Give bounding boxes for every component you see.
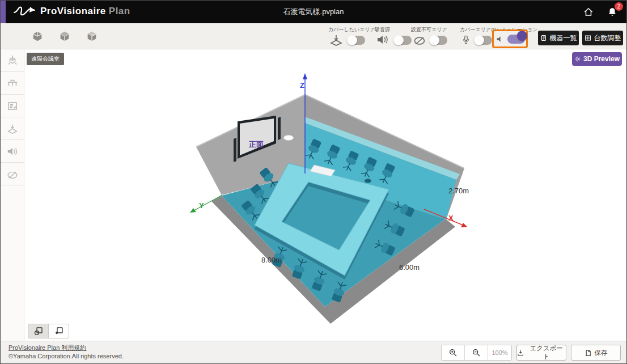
export-icon (517, 349, 524, 357)
room-name-tag: 遠隔会議室 (27, 53, 64, 65)
no-install-area-icon (413, 33, 426, 46)
move-object-button[interactable] (48, 324, 69, 338)
simulation-mic-toggle[interactable] (475, 36, 492, 45)
simulation-speaker-highlight (492, 29, 528, 48)
save-button[interactable]: 保存 (571, 345, 621, 361)
accent-strip (1, 1, 6, 23)
z-axis-label: Z (300, 81, 304, 90)
noise-source-toggle[interactable] (394, 36, 412, 45)
zoom-out-button[interactable] (465, 345, 488, 360)
zoom-controls: 100% (441, 345, 512, 361)
save-icon (584, 349, 592, 357)
height-dimension-label: 2.70m (448, 187, 469, 195)
footer-bar: ProVisionaire Plan 利用規約 ©Yamaha Corporat… (1, 341, 626, 363)
select-shape-button[interactable] (28, 324, 49, 338)
select-shape-icon (33, 326, 44, 336)
coverage-area-icon (329, 33, 343, 46)
checklist-icon (6, 100, 19, 112)
y-axis-label: Y (199, 201, 204, 210)
toggle-knob (347, 35, 357, 45)
sidebar-item-noise-source[interactable] (1, 140, 24, 163)
header-bar: ProVisionairePlan 石渡電気様.pvplan 2 (1, 1, 626, 23)
sidebar-item-checklist[interactable] (1, 95, 24, 117)
save-label: 保存 (595, 349, 608, 357)
simulation-speaker-toggle[interactable] (507, 35, 525, 44)
sidebar-item-coverage-area[interactable] (1, 117, 24, 140)
app-title: ProVisionairePlan (40, 6, 130, 17)
sidebar-item-no-install-area[interactable] (1, 163, 24, 185)
3d-model-icon (6, 54, 19, 67)
unit-count-icon (584, 35, 591, 41)
header-actions: 2 (582, 1, 618, 23)
3d-preview-label: 3D Preview (583, 55, 620, 63)
zoom-out-icon (472, 348, 481, 357)
device-list-label: 機器一覧 (550, 33, 577, 43)
depth-dimension-label: 6.00m (399, 263, 420, 272)
device-list-icon (540, 35, 547, 41)
app-title-secondary: Plan (109, 6, 130, 16)
terms-link[interactable]: ProVisionaire Plan 利用規約 (9, 344, 124, 352)
yamaha-logo-icon (13, 3, 36, 19)
toolbar: カバーしたいエリア 騒音源 設置不可エリア カバーエリアのシミュレーション 機器… (1, 23, 626, 49)
sidebar-item-furniture[interactable] (1, 72, 24, 95)
3d-preview-button[interactable]: 3D Preview (572, 52, 622, 66)
cube-view-3-icon[interactable] (86, 30, 98, 43)
toggle-knob (429, 35, 439, 45)
width-dimension-label: 8.00m (261, 256, 282, 264)
zoom-level-value: 100% (488, 345, 511, 360)
main-area: 遠隔会議室 3D Preview (1, 49, 626, 341)
copyright-text: ©Yamaha Corporation.All rights reserved. (9, 352, 124, 361)
coverage-area-toggle[interactable] (348, 36, 365, 45)
app-logo: ProVisionairePlan (13, 3, 130, 19)
toggle-knob (474, 35, 484, 45)
cube-view-1-icon[interactable] (31, 30, 44, 43)
device-list-button[interactable]: 機器一覧 (538, 31, 579, 45)
speaker-icon (495, 35, 505, 44)
3d-room-scene: 正面 (24, 49, 626, 341)
gear-icon (574, 56, 581, 62)
furniture-icon (6, 77, 19, 90)
document-title: 石渡電気様.pvplan (283, 7, 344, 17)
no-install-area-toggle[interactable] (430, 36, 447, 45)
zoom-in-button[interactable] (442, 345, 465, 360)
toggle-knob (393, 35, 404, 45)
unit-count-button[interactable]: 台数調整 (582, 31, 623, 45)
export-button[interactable]: エクスポート (516, 345, 566, 361)
unit-count-label: 台数調整 (594, 33, 621, 43)
x-axis-label: X (448, 214, 454, 222)
mic-icon (461, 33, 471, 46)
app-title-primary: ProVisionaire (40, 6, 106, 16)
wall-speaker[interactable] (284, 136, 294, 141)
toggle-knob (517, 31, 527, 41)
notification-badge: 2 (615, 2, 623, 11)
noise-source-icon (6, 145, 19, 158)
move-object-icon (54, 326, 64, 336)
export-label: エクスポート (527, 344, 566, 361)
noise-source-icon (376, 33, 389, 46)
coverage-area-icon (6, 122, 19, 135)
zoom-in-icon (448, 348, 457, 357)
table-phone (365, 179, 371, 183)
home-icon (583, 7, 594, 17)
plan-canvas[interactable]: 遠隔会議室 3D Preview (24, 49, 626, 341)
cube-view-2-icon[interactable] (58, 30, 71, 43)
footer-controls: 100% エクスポート 保存 (441, 345, 621, 361)
notifications-button[interactable]: 2 (606, 6, 618, 18)
footer-legal: ProVisionaire Plan 利用規約 ©Yamaha Corporat… (9, 344, 124, 361)
no-install-area-icon (6, 168, 19, 180)
provisionaire-plan-window: ProVisionairePlan 石渡電気様.pvplan 2 カバーしたいエ… (0, 0, 627, 364)
screen-front-label: 正面 (248, 140, 264, 149)
sidebar-item-3d-model[interactable] (1, 49, 24, 72)
tool-sidebar (1, 49, 24, 341)
canvas-mode-buttons (28, 324, 69, 338)
home-button[interactable] (582, 6, 595, 18)
